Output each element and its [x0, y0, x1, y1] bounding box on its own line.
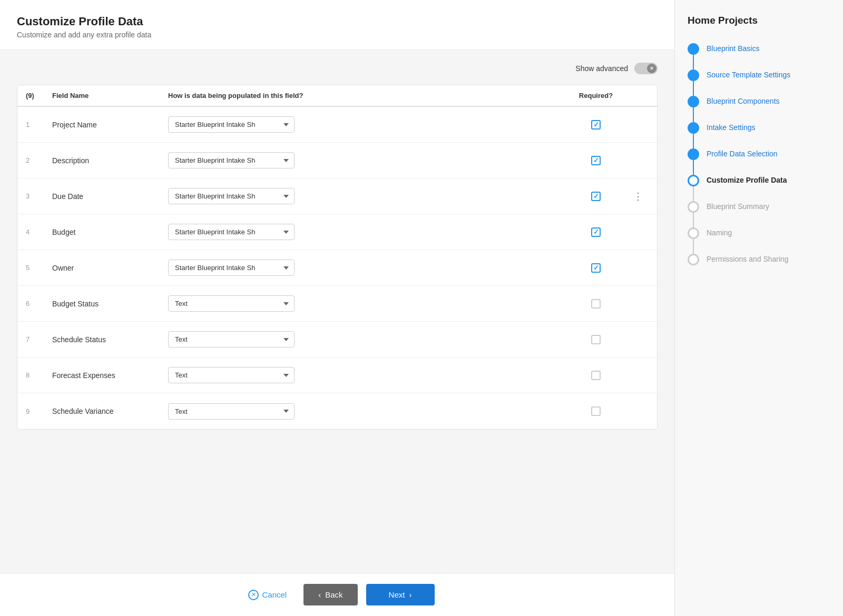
- step-item-source-template-settings[interactable]: Source Template Settings: [688, 69, 830, 81]
- required-col: [564, 263, 628, 273]
- show-advanced-label: Show advanced: [575, 64, 628, 73]
- cancel-icon: ✕: [248, 590, 259, 600]
- row-source-cell: Text: [168, 403, 564, 420]
- row-field-name: Project Name: [52, 121, 168, 129]
- table-row: 2DescriptionStarter Blueprint Intake Sh: [17, 143, 657, 178]
- row-number: 6: [26, 300, 52, 307]
- table-row: 9Schedule VarianceText: [17, 393, 657, 429]
- main-panel: Customize Profile Data Customize and add…: [0, 0, 674, 616]
- row-source-cell: Text: [168, 367, 564, 383]
- step-dot: [688, 175, 699, 186]
- step-label: Blueprint Components: [707, 96, 780, 105]
- col-actions: [628, 92, 649, 100]
- footer: ✕ Cancel ‹ Back Next ›: [0, 573, 674, 616]
- back-label: Back: [325, 590, 342, 599]
- row-source-select[interactable]: Text: [168, 331, 295, 347]
- required-col: [564, 227, 628, 237]
- show-advanced-toggle[interactable]: ✕: [634, 63, 658, 74]
- required-col: [564, 156, 628, 165]
- step-label: Blueprint Summary: [707, 201, 769, 211]
- required-checkbox[interactable]: [591, 406, 601, 416]
- row-number: 3: [26, 192, 52, 200]
- next-chevron-icon: ›: [409, 590, 411, 599]
- content-area: Show advanced ✕ (9) Field Name How is da…: [0, 50, 674, 573]
- step-label: Permissions and Sharing: [707, 254, 789, 263]
- table-row: 8Forecast ExpensesText: [17, 357, 657, 393]
- table-row: 5OwnerStarter Blueprint Intake Sh: [17, 250, 657, 286]
- row-number: 2: [26, 156, 52, 164]
- field-table: (9) Field Name How is data being populat…: [17, 85, 658, 430]
- row-number: 4: [26, 228, 52, 236]
- table-header: (9) Field Name How is data being populat…: [17, 85, 657, 107]
- step-item-profile-data-selection[interactable]: Profile Data Selection: [688, 148, 830, 160]
- sidebar: Home Projects Blueprint BasicsSource Tem…: [674, 0, 843, 616]
- col-field-name: Field Name: [52, 92, 168, 100]
- step-label: Naming: [707, 227, 732, 237]
- page-subtitle: Customize and add any extra profile data: [17, 31, 658, 39]
- next-button[interactable]: Next ›: [366, 584, 435, 605]
- step-dot: [688, 69, 699, 81]
- step-dot: [688, 201, 699, 213]
- required-checkbox[interactable]: [591, 335, 601, 344]
- required-checkbox[interactable]: [591, 299, 601, 309]
- required-col: [564, 371, 628, 380]
- step-item-customize-profile-data[interactable]: Customize Profile Data: [688, 175, 830, 186]
- row-field-name: Forecast Expenses: [52, 371, 168, 380]
- table-row: 7Schedule StatusText: [17, 322, 657, 357]
- row-number: 7: [26, 335, 52, 343]
- required-checkbox[interactable]: [591, 263, 601, 273]
- row-number: 9: [26, 408, 52, 415]
- row-source-select[interactable]: Text: [168, 295, 295, 312]
- required-col: [564, 192, 628, 201]
- step-dot: [688, 122, 699, 134]
- toggle-x-icon: ✕: [650, 66, 654, 71]
- row-number: 8: [26, 371, 52, 379]
- required-col: [564, 406, 628, 416]
- step-label: Intake Settings: [707, 122, 756, 132]
- required-col: [564, 120, 628, 130]
- step-item-blueprint-basics[interactable]: Blueprint Basics: [688, 43, 830, 55]
- row-field-name: Schedule Variance: [52, 407, 168, 415]
- steps-list: Blueprint BasicsSource Template Settings…: [688, 43, 830, 265]
- col-required: Required?: [564, 92, 628, 100]
- row-source-cell: Text: [168, 295, 564, 312]
- row-source-select[interactable]: Starter Blueprint Intake Sh: [168, 188, 295, 204]
- toggle-knob: ✕: [647, 64, 656, 73]
- table-rows-container: 1Project NameStarter Blueprint Intake Sh…: [17, 107, 657, 429]
- row-source-select[interactable]: Starter Blueprint Intake Sh: [168, 260, 295, 276]
- step-item-blueprint-components[interactable]: Blueprint Components: [688, 96, 830, 107]
- step-dot: [688, 96, 699, 107]
- table-row: 1Project NameStarter Blueprint Intake Sh: [17, 107, 657, 143]
- step-item-intake-settings[interactable]: Intake Settings: [688, 122, 830, 134]
- row-field-name: Description: [52, 156, 168, 165]
- row-field-name: Budget Status: [52, 300, 168, 308]
- back-button[interactable]: ‹ Back: [303, 584, 357, 605]
- step-dot: [688, 43, 699, 55]
- step-dot: [688, 227, 699, 239]
- cancel-button[interactable]: ✕ Cancel: [240, 584, 295, 605]
- page-header: Customize Profile Data Customize and add…: [0, 0, 674, 50]
- required-col: [564, 299, 628, 309]
- table-row: 3Due DateStarter Blueprint Intake Sh⋮: [17, 178, 657, 214]
- row-menu[interactable]: ⋮: [628, 191, 649, 202]
- row-source-select[interactable]: Starter Blueprint Intake Sh: [168, 116, 295, 133]
- required-checkbox[interactable]: [591, 192, 601, 201]
- row-number: 5: [26, 264, 52, 272]
- required-checkbox[interactable]: [591, 120, 601, 130]
- row-source-select[interactable]: Text: [168, 367, 295, 383]
- row-source-cell: Starter Blueprint Intake Sh: [168, 260, 564, 276]
- row-source-cell: Starter Blueprint Intake Sh: [168, 188, 564, 204]
- row-source-cell: Starter Blueprint Intake Sh: [168, 116, 564, 133]
- row-source-select[interactable]: Text: [168, 403, 295, 420]
- step-dot: [688, 254, 699, 265]
- row-field-name: Owner: [52, 264, 168, 272]
- row-source-cell: Starter Blueprint Intake Sh: [168, 224, 564, 240]
- step-label: Customize Profile Data: [707, 175, 787, 184]
- show-advanced-row: Show advanced ✕: [17, 63, 658, 74]
- required-checkbox[interactable]: [591, 227, 601, 237]
- row-number: 1: [26, 121, 52, 128]
- required-checkbox[interactable]: [591, 371, 601, 380]
- row-source-select[interactable]: Starter Blueprint Intake Sh: [168, 152, 295, 168]
- required-checkbox[interactable]: [591, 156, 601, 165]
- row-source-select[interactable]: Starter Blueprint Intake Sh: [168, 224, 295, 240]
